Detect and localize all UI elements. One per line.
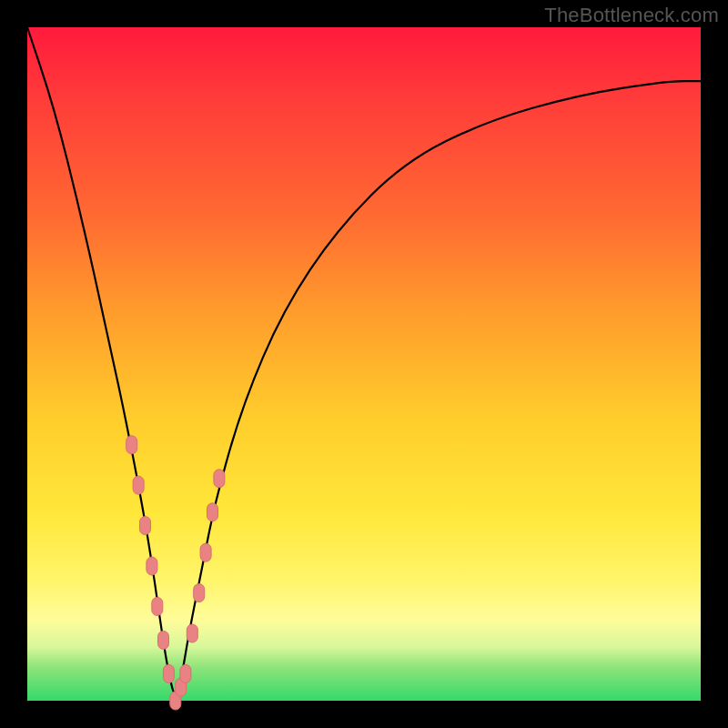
curve-marker — [133, 476, 144, 494]
curve-marker — [194, 584, 205, 602]
curve-marker — [140, 517, 151, 535]
chart-frame: TheBottleneck.com — [0, 0, 728, 728]
watermark-text: TheBottleneck.com — [544, 4, 719, 27]
curve-marker — [158, 631, 169, 649]
curve-marker — [147, 557, 157, 575]
curve-marker — [126, 436, 137, 454]
curve-layer — [27, 27, 701, 701]
curve-marker — [163, 664, 174, 682]
bottleneck-curve — [27, 27, 701, 694]
curve-marker — [207, 503, 218, 521]
curve-marker — [200, 543, 211, 561]
curve-marker — [187, 624, 197, 642]
curve-marker — [214, 470, 225, 488]
curve-marker — [180, 664, 191, 682]
plot-area — [27, 27, 701, 701]
curve-marker — [152, 597, 163, 615]
marker-group — [126, 436, 225, 710]
